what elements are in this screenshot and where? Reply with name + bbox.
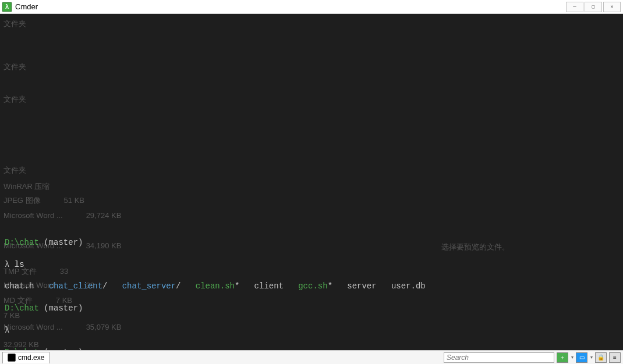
prompt-lambda: λ [5,326,9,335]
status-bar: cmd.exe ＋▾ ▭▾ 🔒 ≡ [0,350,623,364]
command-text: ls [15,260,24,269]
console-tab[interactable]: cmd.exe [2,352,49,363]
ls-item: client [254,281,284,291]
ls-item: gcc.sh [298,281,327,291]
prompt-path: D:\chat [5,304,39,313]
ls-item: clean.sh [196,281,235,291]
ghost-text: 文件夹 [3,62,26,72]
prompt-branch: (master) [44,348,83,350]
new-tab-button[interactable]: ＋ [557,352,568,363]
tab-label: cmd.exe [18,354,44,362]
ghost-text: 文件夹 [3,94,26,105]
prompt-path: D:\chat [5,238,39,247]
window-title: Cmder [15,2,38,11]
menu-button[interactable]: ≡ [609,352,621,363]
dropdown-icon[interactable]: ▾ [571,355,574,360]
prompt-branch: (master) [44,238,83,247]
lock-button[interactable]: 🔒 [595,352,607,363]
ghost-text: 文件夹 [3,19,26,29]
ls-item: chat_server [122,281,176,291]
close-button[interactable]: ✕ [603,2,621,12]
ghost-text: 文件夹 [3,165,26,176]
ghost-text: Microsoft Word ...29,724 KB [3,210,121,221]
ghost-text: WinRAR 压缩 [3,181,49,192]
ls-item: chat_client [49,281,102,291]
ls-item: server [347,281,376,291]
maximize-button[interactable]: ▢ [585,2,602,12]
ls-item: user.db [391,281,426,291]
terminal-output[interactable]: 文件夹 文件夹 文件夹 文件夹 WinRAR 压缩 JPEG 图像51 KB M… [0,14,623,350]
window-button[interactable]: ▭ [576,352,587,363]
app-icon: λ [2,2,12,12]
search-input[interactable] [444,352,554,363]
prompt-lambda: λ [5,260,15,269]
minimize-button[interactable]: — [566,2,583,12]
prompt-path: D:\chat [5,348,39,350]
ghost-text: JPEG 图像51 KB [3,195,84,206]
prompt-branch: (master) [44,304,83,313]
ls-item: chat.h [5,281,34,291]
window-titlebar: λ Cmder — ▢ ✕ [0,0,623,14]
console-icon [8,354,16,362]
ls-output-line: chat.h chat_client/ chat_server/ clean.s… [5,281,618,292]
dropdown-icon[interactable]: ▾ [590,355,593,360]
